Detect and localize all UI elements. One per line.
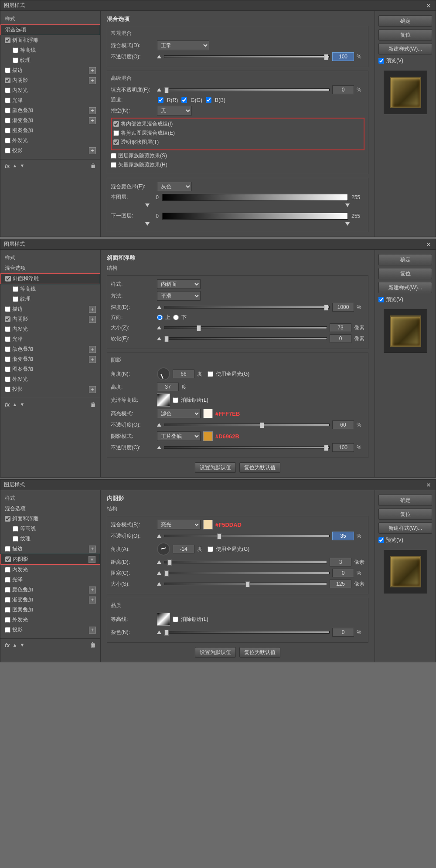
fill-opacity-slider[interactable] [164,88,330,91]
reset-btn-1[interactable]: 复位 [378,29,432,41]
add2-stroke-btn[interactable]: + [89,306,96,313]
choke-input[interactable] [332,569,354,577]
channel-g[interactable] [181,97,187,103]
checkbox-inner-shadow[interactable] [5,78,10,83]
inner-opacity-slider[interactable] [164,535,330,537]
angle-input[interactable] [173,370,194,378]
checkbox-inner-glow[interactable] [5,88,10,93]
blend-mode-select[interactable]: 正常 [157,41,209,50]
contour-thumb[interactable] [157,613,170,626]
style-item3-satin[interactable]: 光泽 [0,575,100,585]
style-item3-inner-shadow[interactable]: 内阴影 + [0,554,100,565]
checkbox-pattern-overlay[interactable] [5,128,10,133]
delete-btn-3[interactable]: 🗑 [90,641,96,648]
style-item3-pattern-overlay[interactable]: 图案叠加 [0,605,100,615]
channel-b[interactable] [206,97,211,103]
inner-anti-alias[interactable] [173,617,178,622]
noise-slider[interactable] [164,631,330,634]
highlight-mode-select[interactable]: 滤色 [157,409,201,418]
inner-size-input[interactable] [330,580,351,588]
add-color-overlay-btn[interactable]: + [89,107,96,114]
this-layer-slider[interactable] [162,194,348,201]
style-item-drop-shadow[interactable]: 投影 + [0,146,100,156]
style-item3-blend[interactable]: 混合选项 [0,504,100,514]
checkbox-color-overlay[interactable] [5,108,10,113]
depth-input[interactable] [332,303,354,312]
move-down-btn-2[interactable]: ▼ [20,402,24,407]
highlight-color-swatch[interactable] [203,409,213,418]
new-style-btn-1[interactable]: 新建样式(W)... [378,43,432,54]
style-item-satin[interactable]: 光泽 [0,95,100,105]
direction-down-radio[interactable] [173,315,179,320]
style-item2-blend[interactable]: 混合选项 [0,263,100,273]
shadow-opacity-input[interactable] [332,443,354,452]
inner-opacity-arrow[interactable] [157,534,161,538]
inner-blend-color-swatch[interactable] [203,520,213,529]
style-item-pattern-overlay[interactable]: 图案叠加 [0,125,100,136]
checkbox3-gradient-overlay[interactable] [5,597,10,603]
checkbox3-satin[interactable] [5,577,10,583]
new-style-btn-2[interactable]: 新建样式(W)... [378,282,432,293]
add2-gradient-overlay-btn[interactable]: + [89,356,96,363]
checkbox2-texture[interactable] [13,296,18,302]
opacity-slider[interactable] [164,55,330,58]
style-item-texture[interactable]: 纹理 [0,55,100,65]
shadow-opacity-arrow[interactable] [157,446,161,449]
size-arrow[interactable] [157,326,161,329]
noise-input[interactable] [332,628,354,637]
add3-drop-shadow-btn[interactable]: + [89,627,96,634]
checkbox3-color-overlay[interactable] [5,587,10,593]
preview-checkbox-3[interactable] [378,537,384,543]
new-style-btn-3[interactable]: 新建样式(W)... [378,522,432,534]
add2-drop-shadow-btn[interactable]: + [89,386,96,393]
checkbox2-outer-glow[interactable] [5,376,10,382]
move-down-btn-3[interactable]: ▼ [20,642,24,648]
inner-blend-mode-select[interactable]: 亮光 [157,520,201,529]
set-default-btn-3[interactable]: 设置为默认值 [195,647,236,658]
inner-angle-circle[interactable] [157,542,170,556]
depth-slider[interactable] [164,306,330,309]
move-down-btn[interactable]: ▼ [20,163,24,168]
distance-slider[interactable] [164,561,327,563]
size-input[interactable] [330,323,351,332]
size-slider[interactable] [164,326,327,329]
checkbox2-color-overlay[interactable] [5,346,10,352]
style-item-inner-glow[interactable]: 内发光 [0,85,100,95]
style-item2-texture[interactable]: 纹理 [0,294,100,304]
soften-arrow[interactable] [157,337,161,340]
checkbox-bevel[interactable] [5,37,10,43]
style-item-stroke[interactable]: 描边 + [0,65,100,75]
delete-btn-2[interactable]: 🗑 [90,401,96,408]
add3-inner-shadow-btn[interactable]: + [89,556,95,563]
add2-color-overlay-btn[interactable]: + [89,346,96,353]
set-default-btn-2[interactable]: 设置为默认值 [195,462,236,473]
style-item-bevel[interactable]: 斜面和浮雕 [0,35,100,45]
inner-size-slider[interactable] [164,583,327,585]
angle-circle[interactable] [157,367,170,380]
style-item3-stroke[interactable]: 描边 + [0,544,100,554]
style-item2-gradient-overlay[interactable]: 渐变叠加 + [0,354,100,364]
fx-button[interactable]: fx [5,163,10,169]
soften-input[interactable] [330,334,351,343]
checkbox-contour[interactable] [13,47,18,53]
add-gradient-overlay-btn[interactable]: + [89,117,96,124]
style-item2-outer-glow[interactable]: 外发光 [0,374,100,384]
style-item-contour[interactable]: 等高线 [0,45,100,55]
shadow-opacity-slider[interactable] [164,446,330,449]
style-item2-satin[interactable]: 光泽 [0,334,100,344]
confirm-btn-1[interactable]: 确定 [378,15,432,27]
style-item2-contour[interactable]: 等高线 [0,284,100,294]
highlight-opacity-input[interactable] [332,420,354,429]
checkbox3-inner-glow[interactable] [5,567,10,573]
checkbox3-contour[interactable] [13,526,18,532]
checkbox-outer-glow[interactable] [5,138,10,143]
style-item2-color-overlay[interactable]: 颜色叠加 + [0,344,100,354]
blend-color-select[interactable]: 灰色 [157,182,192,191]
checkbox3-texture[interactable] [13,536,18,542]
style-item-color-overlay[interactable]: 颜色叠加 + [0,105,100,115]
shadow-color-swatch[interactable] [203,431,213,441]
fill-opacity-arrow[interactable] [157,88,161,92]
checkbox3-stroke[interactable] [5,546,10,552]
checkbox2-bevel[interactable] [5,276,11,281]
global-light-checkbox[interactable] [208,371,213,377]
